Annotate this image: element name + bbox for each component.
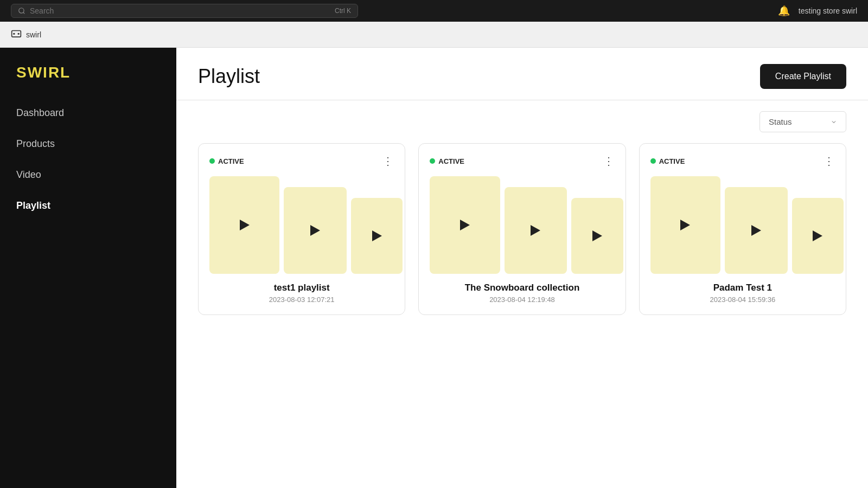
- main-layout: SWIRL Dashboard Products Video Playlist …: [0, 48, 868, 488]
- create-playlist-button[interactable]: Create Playlist: [760, 64, 846, 89]
- content-area: Playlist Create Playlist Status ACTIVE: [176, 48, 868, 488]
- filter-bar: Status: [176, 100, 868, 143]
- topbar: Ctrl K 🔔 testing store swirl: [0, 0, 868, 22]
- active-dot-3: [650, 158, 656, 164]
- active-dot-1: [209, 158, 215, 164]
- sidebar-item-video[interactable]: Video: [0, 159, 176, 190]
- thumb-3-1: [650, 176, 720, 274]
- status-label-2: ACTIVE: [438, 157, 464, 165]
- play-icon-2-3: [592, 230, 602, 241]
- more-menu-icon-2[interactable]: ⋮: [603, 155, 615, 168]
- play-icon-1-1: [240, 220, 250, 230]
- search-input[interactable]: [30, 7, 330, 15]
- playlist-name-2: The Snowboard collection: [430, 282, 614, 293]
- thumb-1-3: [351, 198, 403, 274]
- video-thumbnails-1: [209, 176, 394, 274]
- playlist-date-3: 2023-08-04 15:59:36: [650, 296, 835, 304]
- search-shortcut: Ctrl K: [335, 7, 351, 15]
- search-icon: [18, 7, 25, 15]
- playlist-card-1: ACTIVE ⋮ test1 playlist 2023-08: [198, 143, 405, 315]
- topbar-right: 🔔 testing store swirl: [778, 5, 857, 17]
- active-dot-2: [430, 158, 435, 164]
- sidebar-item-dashboard[interactable]: Dashboard: [0, 98, 176, 129]
- status-badge-2: ACTIVE: [430, 157, 464, 165]
- card-header-1: ACTIVE ⋮: [209, 155, 394, 168]
- svg-line-1: [23, 12, 25, 14]
- sidebar-item-products[interactable]: Products: [0, 129, 176, 159]
- playlist-name-3: Padam Test 1: [650, 282, 835, 293]
- card-header-3: ACTIVE ⋮: [650, 155, 835, 168]
- video-thumbnails-3: [650, 176, 835, 274]
- play-icon-2-1: [460, 220, 470, 230]
- playlist-date-1: 2023-08-03 12:07:21: [209, 296, 394, 304]
- playlist-card-3: ACTIVE ⋮ Padam Test 1 2023-08-0: [639, 143, 846, 315]
- more-menu-icon-1[interactable]: ⋮: [382, 155, 394, 168]
- thumb-3-3: [792, 198, 844, 274]
- sidebar-nav: Dashboard Products Video Playlist: [0, 98, 176, 221]
- store-name: testing store swirl: [799, 7, 857, 15]
- thumb-1-2: [284, 187, 347, 274]
- svg-point-3: [13, 33, 15, 34]
- sidebar-item-playlist[interactable]: Playlist: [0, 190, 176, 221]
- svg-point-0: [19, 8, 24, 13]
- brand-icon: [11, 29, 22, 40]
- playlist-date-2: 2023-08-04 12:19:48: [430, 296, 614, 304]
- bell-icon[interactable]: 🔔: [778, 5, 790, 17]
- status-dropdown-label: Status: [769, 117, 826, 126]
- thumb-2-3: [571, 198, 623, 274]
- playlists-grid: ACTIVE ⋮ test1 playlist 2023-08: [176, 143, 868, 337]
- status-label-3: ACTIVE: [659, 157, 685, 165]
- play-icon-2-2: [531, 225, 540, 236]
- playlist-card-2: ACTIVE ⋮ The Snowboard collection: [418, 143, 626, 315]
- play-icon-3-1: [680, 220, 690, 230]
- status-label-1: ACTIVE: [218, 157, 244, 165]
- brand-name: swirl: [26, 30, 41, 39]
- thumb-1-1: [209, 176, 279, 274]
- play-icon-3-2: [751, 225, 761, 236]
- secondbar: swirl: [0, 22, 868, 48]
- card-header-2: ACTIVE ⋮: [430, 155, 614, 168]
- play-icon-3-3: [813, 230, 822, 241]
- video-thumbnails-2: [430, 176, 614, 274]
- status-badge-3: ACTIVE: [650, 157, 685, 165]
- thumb-2-2: [505, 187, 567, 274]
- playlist-name-1: test1 playlist: [209, 282, 394, 293]
- sidebar-logo-text: SWIRL: [16, 64, 71, 81]
- play-icon-1-2: [310, 225, 320, 236]
- play-icon-1-3: [372, 230, 382, 241]
- more-menu-icon-3[interactable]: ⋮: [824, 155, 835, 168]
- status-dropdown[interactable]: Status: [760, 111, 846, 132]
- thumb-3-2: [725, 187, 788, 274]
- status-badge-1: ACTIVE: [209, 157, 244, 165]
- page-header: Playlist Create Playlist: [176, 48, 868, 100]
- sidebar: SWIRL Dashboard Products Video Playlist: [0, 48, 176, 488]
- thumb-2-1: [430, 176, 500, 274]
- svg-point-4: [18, 33, 20, 34]
- search-box[interactable]: Ctrl K: [11, 4, 358, 18]
- page-title: Playlist: [198, 65, 260, 88]
- svg-rect-2: [12, 30, 21, 37]
- chevron-down-icon: [831, 119, 837, 125]
- sidebar-logo: SWIRL: [0, 59, 176, 98]
- brand-area: swirl: [11, 29, 41, 40]
